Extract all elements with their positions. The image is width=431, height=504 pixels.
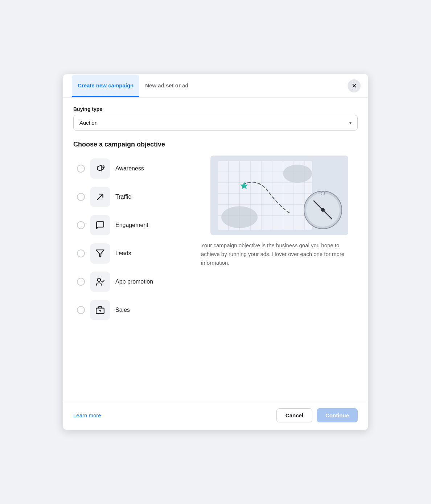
learn-more-link[interactable]: Learn more <box>73 412 101 418</box>
cancel-button[interactable]: Cancel <box>276 408 312 422</box>
map-illustration <box>201 156 358 235</box>
objective-list: Awareness Traffic <box>73 156 189 323</box>
buying-type-label: Buying type <box>73 106 358 112</box>
sales-label: Sales <box>115 307 130 313</box>
close-button[interactable]: ✕ <box>348 79 361 92</box>
objective-item-awareness[interactable]: Awareness <box>73 156 189 182</box>
engagement-icon-box <box>90 215 110 235</box>
radio-traffic[interactable] <box>77 193 85 201</box>
footer-buttons: Cancel Continue <box>276 408 358 422</box>
buying-type-select[interactable]: Auction Reach and Frequency <box>73 115 358 131</box>
svg-point-25 <box>321 208 325 212</box>
objective-item-leads[interactable]: Leads <box>73 240 189 267</box>
objective-layout: Awareness Traffic <box>73 156 358 323</box>
radio-app-promotion[interactable] <box>77 278 85 286</box>
traffic-icon <box>95 192 105 202</box>
svg-point-20 <box>221 206 258 228</box>
radio-sales[interactable] <box>77 306 85 314</box>
modal-footer: Learn more Cancel Continue <box>63 401 368 430</box>
radio-engagement[interactable] <box>77 221 85 229</box>
continue-button[interactable]: Continue <box>317 408 358 422</box>
leads-icon-box <box>90 243 110 264</box>
map-svg <box>201 156 358 235</box>
objective-item-traffic[interactable]: Traffic <box>73 184 189 210</box>
create-campaign-modal: Create new campaign New ad set or ad ✕ B… <box>63 74 368 430</box>
objective-item-engagement[interactable]: Engagement <box>73 212 189 238</box>
objective-description: Your campaign objective is the business … <box>201 241 358 267</box>
svg-marker-0 <box>96 250 104 257</box>
objective-section-title: Choose a campaign objective <box>73 141 358 148</box>
buying-type-select-wrapper: Auction Reach and Frequency ▼ <box>73 115 358 131</box>
sales-icon-box <box>90 300 110 320</box>
app-promotion-icon <box>95 277 105 286</box>
awareness-icon <box>95 164 105 173</box>
sales-icon <box>95 305 105 315</box>
app-promotion-label: App promotion <box>115 278 153 285</box>
traffic-label: Traffic <box>115 194 131 200</box>
radio-leads[interactable] <box>77 249 85 257</box>
awareness-label: Awareness <box>115 165 144 172</box>
objective-item-sales[interactable]: Sales <box>73 297 189 323</box>
svg-point-21 <box>283 165 312 183</box>
leads-icon <box>95 249 105 258</box>
awareness-icon-box <box>90 158 110 179</box>
objective-item-app-promotion[interactable]: App promotion <box>73 269 189 295</box>
tab-new-ad-set[interactable]: New ad set or ad <box>139 75 194 97</box>
radio-awareness[interactable] <box>77 165 85 173</box>
engagement-icon <box>95 220 105 230</box>
app-promotion-icon-box <box>90 272 110 292</box>
tab-create-campaign[interactable]: Create new campaign <box>72 75 139 97</box>
leads-label: Leads <box>115 250 131 257</box>
traffic-icon-box <box>90 187 110 207</box>
modal-header: Create new campaign New ad set or ad ✕ <box>63 74 368 98</box>
engagement-label: Engagement <box>115 222 148 228</box>
svg-point-1 <box>97 278 100 281</box>
modal-body: Buying type Auction Reach and Frequency … <box>63 98 368 401</box>
objective-info-panel: Your campaign objective is the business … <box>201 156 358 323</box>
